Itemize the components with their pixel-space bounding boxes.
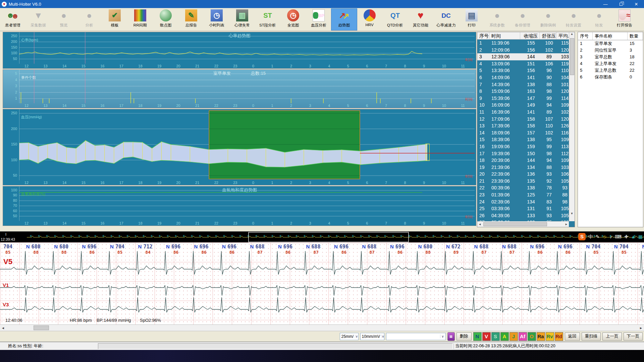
beat-annotation[interactable]: 688N87	[308, 243, 336, 256]
blood-pressure-trend-chart[interactable]: 血压趋势图 血压(mmHg) 时间 2502001501005012131415…	[3, 109, 476, 185]
bp-col-header[interactable]: 时间	[489, 32, 520, 39]
template-select[interactable]: ∨	[386, 333, 446, 340]
toolbar-item-scatter-plot[interactable]: 散点图	[153, 9, 178, 30]
toolbar-item-st-analysis[interactable]: STST段分析	[255, 9, 280, 30]
beat-annotation[interactable]: 688N87	[476, 243, 504, 256]
bp-table-vertical-scrollbar[interactable]: ▲▼	[569, 32, 575, 221]
bp-col-header[interactable]: 收缩压	[520, 32, 540, 39]
bp-table-row[interactable]: 2402:39:061348398	[477, 198, 575, 205]
toolbar-item-hrv[interactable]: HRV	[357, 9, 382, 30]
toolbar-item-template[interactable]: ✔模板	[102, 9, 127, 30]
bp-table-row[interactable]: 1820:39:0614494109	[477, 157, 575, 164]
bp-table-row[interactable]: 1116:39:0614189102	[477, 109, 575, 116]
beat-annotation[interactable]: 688N87	[364, 243, 392, 256]
toolbar-item-patient-mgmt[interactable]: ☻☻患者管理	[0, 9, 25, 30]
beat-annotation[interactable]: 696N86	[168, 243, 196, 256]
toolbar-item-rr-interval[interactable]: RR间期	[127, 9, 153, 30]
beat-annotation[interactable]: 696N86	[280, 243, 308, 256]
beat-class-button-rd[interactable]: Rd	[555, 332, 563, 341]
bp-table-horizontal-scrollbar[interactable]: ◄►	[477, 221, 569, 227]
toolbar-item-qtd-analysis[interactable]: QTQTD分析	[382, 9, 408, 30]
overview-trace[interactable]	[0, 232, 644, 243]
beat-annotation[interactable]: 696N86	[336, 243, 364, 256]
toolbar-item-dc-capacity[interactable]: DC心率减速力	[433, 9, 459, 30]
os-taskbar[interactable]	[0, 350, 644, 362]
toolbar-item-bp-analysis[interactable]: BP血压分析	[306, 9, 331, 30]
event-table-row[interactable]: 5室上早总数22	[578, 67, 643, 74]
ecg-detail-view[interactable]: 704N85680N88680N88696N86704N85712N84696N…	[0, 243, 644, 324]
bp-table-row[interactable]: 815:09:0616398120	[477, 88, 575, 95]
beat-annotation[interactable]: 712N84	[140, 243, 168, 256]
beat-class-button-s[interactable]: S	[491, 332, 500, 341]
rescan-button[interactable]: 重扫描	[582, 333, 601, 341]
toolbar-item-arrhythmia[interactable]: ▥心律失常	[229, 9, 255, 30]
ecg-overview-strip[interactable]: I 12:39:43 S中✎☺♪⌨✚▲▦	[0, 231, 644, 243]
next-page-button[interactable]: 下一页	[624, 333, 643, 341]
bp-table-row[interactable]: 1016:09:0614994109	[477, 102, 575, 109]
beat-annotation[interactable]: 680N88	[28, 243, 56, 256]
toolbar-item-other-functions[interactable]: ♥其它功能	[408, 9, 433, 30]
bp-table-row[interactable]: 2301:39:061257788	[477, 191, 575, 198]
bp-table-row[interactable]: 312:39:0614489103	[477, 53, 575, 60]
beat-annotation[interactable]: 704N85	[588, 243, 616, 256]
bp-table-row[interactable]: 1619:09:0615999113	[477, 143, 575, 150]
heart-rate-trend-chart[interactable]: 心率趋势图 心率(bpm) 时间 25020015010050121314151…	[3, 32, 476, 69]
ime-voice-icon[interactable]: ♪	[610, 233, 612, 240]
beat-class-button-j[interactable]: J	[509, 332, 518, 341]
bp-table-row[interactable]: 111:39:06155100115	[477, 40, 575, 47]
snapshot-button[interactable]: ▦	[447, 332, 455, 341]
bp-table-row[interactable]: 212:09:06156102120	[477, 47, 575, 54]
bp-table-row[interactable]: 413:09:06151106119	[477, 60, 575, 67]
scroll-left-arrow[interactable]: ◄	[0, 325, 6, 331]
paper-speed-select[interactable]: 25mm/∨	[340, 333, 359, 340]
beat-class-button-ra[interactable]: Ra	[537, 332, 545, 341]
bp-col-header[interactable]: 序号	[477, 32, 489, 39]
beat-class-button-af[interactable]: Af	[519, 332, 527, 341]
restore-button[interactable]	[613, 0, 629, 8]
event-table-row[interactable]: 6保存图条0	[578, 74, 643, 80]
bp-table-row[interactable]: 1719:39:0615098112	[477, 150, 575, 157]
bp-table-row[interactable]: 2503:39:0613191105	[477, 205, 575, 212]
scroll-right-arrow[interactable]: ►	[638, 325, 644, 331]
bp-table-row[interactable]: 614:09:0614190104	[477, 74, 575, 81]
spo2-trend-chart[interactable]: 血氧饱和度趋势图 血氧饱和度(%) 时间 1009080706050121314…	[3, 186, 476, 226]
beat-annotation[interactable]: 704N85	[0, 243, 28, 256]
ime-pen-icon[interactable]: ✎	[596, 233, 600, 240]
pvc-single-trend-chart[interactable]: 室早单发 总数:15 事件个数 时间 543211213141516171819…	[3, 69, 476, 108]
beat-class-button-rv[interactable]: Rv	[546, 332, 554, 341]
beat-annotation[interactable]: 680N88	[420, 243, 448, 256]
vscroll-thumb[interactable]	[570, 38, 574, 75]
bp-col-header[interactable]: 舒张压	[540, 32, 556, 39]
beat-annotation[interactable]: 696N86	[392, 243, 420, 256]
hscroll-thumb[interactable]	[483, 222, 547, 226]
beat-annotation[interactable]: 688N87	[252, 243, 280, 256]
close-button[interactable]: ✕	[629, 0, 644, 8]
event-table-row[interactable]: 3室早总数18	[578, 54, 643, 60]
minimize-button[interactable]: —	[598, 0, 613, 8]
beat-annotation[interactable]: 696N86	[560, 243, 588, 256]
bp-table-row[interactable]: 1217:09:06158107120	[477, 116, 575, 123]
ime-emoji-icon[interactable]: ☺	[602, 233, 607, 240]
event-table-row[interactable]: 1室早单发15	[578, 40, 643, 47]
beat-annotation[interactable]: 696N86	[224, 243, 252, 256]
bp-table-row[interactable]: 915:39:0614799114	[477, 95, 575, 102]
delete-button[interactable]: 删除	[457, 333, 472, 341]
toolbar-item-print[interactable]: ▤打印	[459, 9, 484, 30]
ime-lang[interactable]: 中	[588, 233, 593, 240]
beat-annotation[interactable]: 696N86	[532, 243, 560, 256]
ime-more-icon[interactable]: ✚	[624, 233, 628, 240]
bp-table-row[interactable]: 1921:39:0613488103	[477, 164, 575, 171]
beat-annotation[interactable]: 704N85	[616, 243, 644, 256]
beat-annotation[interactable]: 672N89	[448, 243, 476, 256]
toolbar-item-summary-report[interactable]: ✎总报告	[178, 9, 204, 30]
beat-class-button-o[interactable]: O	[528, 332, 536, 341]
ime-up-icon[interactable]: ▲	[631, 233, 636, 240]
beat-class-button-n[interactable]: N	[473, 332, 482, 341]
bp-table-row[interactable]: 2604:39:0613393105	[477, 212, 575, 219]
beat-annotation[interactable]: 680N88	[56, 243, 84, 256]
beat-class-button-a[interactable]: A	[500, 332, 509, 341]
back-button[interactable]: 返回	[565, 333, 580, 341]
bp-table-row[interactable]: 1518:39:0613895109	[477, 136, 575, 143]
event-table-row[interactable]: 2间位性室早3	[578, 47, 643, 54]
bp-table-row[interactable]: 2123:39:0613592105	[477, 178, 575, 185]
